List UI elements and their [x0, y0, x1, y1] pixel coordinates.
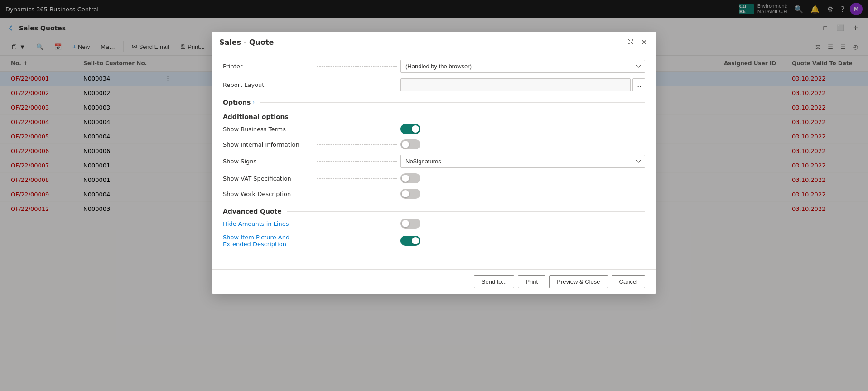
report-layout-row: Report Layout ./Reports/Sales/Quote/Stan… — [223, 78, 645, 91]
hide-amounts-toggle[interactable] — [400, 219, 420, 229]
report-layout-field: ./Reports/Sales/Quote/StandardSalesQuote… — [400, 78, 645, 91]
show-internal-info-toggle[interactable] — [400, 139, 420, 149]
show-vat-spec-row: Show VAT Specification — [223, 173, 645, 183]
advanced-quote-divider — [287, 211, 645, 212]
cancel-button[interactable]: Cancel — [612, 275, 645, 288]
advanced-quote-title: Advanced Quote — [223, 208, 282, 215]
report-layout-label: Report Layout — [223, 81, 313, 88]
options-title: Options — [223, 99, 251, 106]
show-vat-spec-label: Show VAT Specification — [223, 175, 313, 182]
hide-amounts-field — [400, 219, 645, 229]
advanced-quote-header: Advanced Quote — [223, 208, 645, 215]
preview-close-button[interactable]: Preview & Close — [549, 275, 608, 288]
show-signs-row: Show Signs NoSignatures All Signatures — [223, 155, 645, 168]
print-button[interactable]: Print — [518, 275, 545, 288]
additional-options-header: Additional options — [223, 113, 645, 120]
dots — [317, 241, 397, 241]
dialog-footer: Send to... Print Preview & Close Cancel — [212, 269, 656, 294]
dots — [317, 144, 397, 145]
dialog-expand-button[interactable] — [626, 37, 636, 48]
show-signs-label: Show Signs — [223, 158, 313, 165]
show-signs-field: NoSignatures All Signatures — [400, 155, 645, 168]
printer-field: (Handled by the browser)Default PrinterP… — [400, 60, 645, 73]
printer-label: Printer — [223, 63, 313, 70]
printer-dots — [317, 66, 397, 67]
dialog-title: Sales - Quote — [219, 38, 626, 47]
additional-options-title: Additional options — [223, 113, 289, 120]
dialog-body: Printer (Handled by the browser)Default … — [212, 52, 656, 269]
report-layout-input[interactable]: ./Reports/Sales/Quote/StandardSalesQuote… — [400, 78, 631, 91]
printer-row: Printer (Handled by the browser)Default … — [223, 60, 645, 73]
show-item-picture-row: Show Item Picture And Extended Descripti… — [223, 234, 645, 248]
report-layout-browse-button[interactable]: ... — [632, 78, 645, 91]
dots — [317, 129, 397, 129]
show-business-terms-toggle[interactable] — [400, 124, 420, 134]
hide-amounts-row: Hide Amounts in Lines — [223, 219, 645, 229]
show-vat-spec-toggle[interactable] — [400, 173, 420, 183]
additional-options-divider — [294, 117, 645, 117]
report-layout-wrapper: ./Reports/Sales/Quote/StandardSalesQuote… — [400, 78, 645, 91]
dialog-header-icons: ✕ — [626, 37, 649, 48]
dialog-header: Sales - Quote ✕ — [212, 32, 656, 52]
show-work-desc-toggle[interactable] — [400, 189, 420, 199]
dots — [317, 178, 397, 179]
send-to-button[interactable]: Send to... — [474, 275, 515, 288]
spacer — [223, 253, 645, 262]
show-item-picture-toggle[interactable] — [400, 236, 420, 246]
options-chevron[interactable]: › — [252, 99, 255, 105]
show-internal-info-label: Show Internal Information — [223, 141, 313, 148]
printer-select[interactable]: (Handled by the browser)Default PrinterP… — [400, 60, 645, 73]
options-divider — [260, 102, 645, 103]
show-work-desc-field — [400, 189, 645, 199]
dots — [317, 161, 397, 162]
dialog-close-button[interactable]: ✕ — [639, 37, 649, 48]
show-internal-info-row: Show Internal Information — [223, 139, 645, 149]
show-item-picture-field — [400, 236, 645, 246]
show-business-terms-field — [400, 124, 645, 134]
dots — [317, 224, 397, 224]
show-signs-select[interactable]: NoSignatures All Signatures — [400, 155, 645, 168]
show-vat-spec-field — [400, 173, 645, 183]
show-work-desc-row: Show Work Description — [223, 189, 645, 199]
show-business-terms-row: Show Business Terms — [223, 124, 645, 134]
show-item-picture-label: Show Item Picture And Extended Descripti… — [223, 234, 313, 248]
report-layout-dots — [317, 85, 397, 85]
show-business-terms-label: Show Business Terms — [223, 126, 313, 133]
show-work-desc-label: Show Work Description — [223, 191, 313, 197]
show-internal-info-field — [400, 139, 645, 149]
sales-quote-dialog: Sales - Quote ✕ Printer (Handled by the … — [212, 32, 656, 294]
dots — [317, 194, 397, 194]
options-section-header: Options › — [223, 99, 645, 106]
hide-amounts-label: Hide Amounts in Lines — [223, 220, 313, 227]
